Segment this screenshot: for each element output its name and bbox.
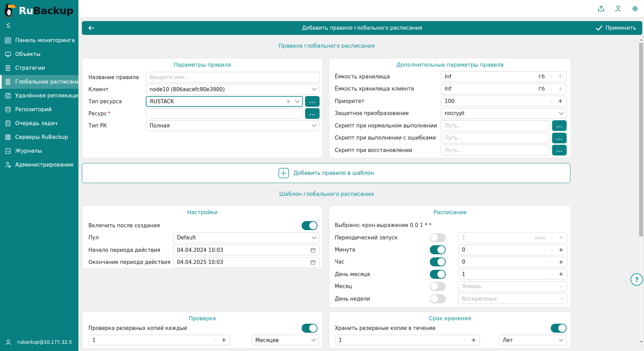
script-restore-input[interactable]: Путь...	[441, 145, 550, 155]
add-rule-to-template-button[interactable]: Добавить правило в шаблон	[82, 163, 570, 183]
capacity-row: Ёмкость хранилища Inf Гб - +	[335, 70, 567, 83]
plus-stepper[interactable]: +	[558, 74, 563, 79]
minute-toggle[interactable]	[430, 245, 446, 254]
profile-icon[interactable]	[614, 4, 622, 13]
rk-type-row: Тип РК Полная	[88, 120, 320, 132]
plus-stepper[interactable]: +	[559, 259, 564, 265]
hour-toggle[interactable]	[430, 257, 446, 266]
sidebar-item-replication[interactable]: Удалённая репликация	[0, 89, 78, 103]
minute-input[interactable]: 0 - +	[458, 245, 567, 255]
resource-type-browse-button[interactable]: ...	[305, 96, 320, 107]
plus-stepper[interactable]: +	[558, 86, 563, 92]
verification-unit-select[interactable]: Месяцев	[252, 335, 319, 345]
verification-value-input[interactable]: 1 - +	[88, 335, 230, 345]
period-start-label: Начало периода действия	[88, 247, 173, 253]
weekday-toggle[interactable]	[430, 294, 446, 303]
sidebar-item-task-queue[interactable]: Очередь задач	[0, 116, 78, 130]
resource-type-combobox[interactable]: RUSTACK ×	[146, 96, 303, 107]
minus-stepper[interactable]: -	[550, 74, 552, 79]
client-select[interactable]: node10 (806aacefc80e3900)	[146, 84, 320, 95]
sidebar-item-repository[interactable]: Репозиторий	[0, 103, 78, 116]
sidebar-item-logs[interactable]: log Журналы	[0, 144, 78, 158]
month-toggle[interactable]	[430, 282, 446, 291]
capacity-input[interactable]: Inf Гб - +	[441, 71, 567, 82]
retention-toggle[interactable]	[551, 324, 567, 333]
sidebar-user-label: rubackup@10.177.32.5	[17, 339, 72, 345]
plus-stepper[interactable]: +	[558, 98, 563, 104]
settings-gear-icon[interactable]	[631, 4, 639, 13]
schedule-title: Расписание	[329, 206, 571, 216]
verification-toggle[interactable]	[302, 324, 318, 333]
minus-stepper[interactable]: -	[551, 259, 553, 265]
sidebar-item-dashboard[interactable]: Панель мониторинга	[0, 34, 78, 47]
apply-button[interactable]: Применить	[596, 25, 642, 31]
clear-icon[interactable]: ×	[286, 98, 291, 104]
retention-unit-select[interactable]: Лет	[499, 335, 567, 345]
calendar-icon[interactable]	[310, 259, 316, 265]
resource-input[interactable]	[146, 108, 303, 119]
crypt-select[interactable]: nocrypt	[441, 108, 567, 119]
periodic-run-toggle[interactable]	[430, 233, 446, 242]
help-button[interactable]: ?	[631, 273, 643, 286]
plus-stepper[interactable]: +	[221, 337, 226, 343]
upload-icon[interactable]	[597, 4, 605, 13]
extra-params-card: Дополнительные параметры правила Ёмкость…	[329, 58, 571, 158]
script-error-input[interactable]: Путь...	[441, 133, 550, 143]
logo[interactable]: RuBackup	[0, 0, 78, 19]
rule-name-input[interactable]: Введите имя ..	[146, 72, 320, 83]
scrollbar-thumb[interactable]	[639, 43, 643, 236]
vertical-scrollbar[interactable]	[638, 37, 644, 345]
priority-input[interactable]: 100 - +	[441, 96, 567, 106]
sidebar-item-objects[interactable]: Объекты	[0, 47, 78, 61]
resource-browse-button[interactable]: ...	[305, 108, 320, 119]
minus-stepper[interactable]: -	[551, 235, 553, 240]
sidebar-item-administration[interactable]: Администрирование	[0, 158, 78, 172]
capacity-unit: Гб	[539, 74, 545, 79]
minus-stepper[interactable]: -	[214, 337, 216, 343]
chevron-down-icon	[311, 337, 316, 341]
weekday-select[interactable]: Воскресенье	[458, 293, 567, 304]
rule-name-label: Название правила	[88, 74, 146, 80]
pool-select[interactable]: Default	[173, 233, 320, 243]
plus-stepper[interactable]: +	[471, 337, 476, 343]
script-ok-browse-button[interactable]: ...	[552, 120, 567, 131]
sidebar-item-servers[interactable]: Серверы RuBackup	[0, 130, 78, 144]
month-select[interactable]: Январь	[458, 281, 567, 292]
calendar-icon[interactable]	[310, 247, 316, 253]
verification-card: Проверка Проверка резервных копий каждые…	[82, 312, 323, 349]
back-button[interactable]	[82, 21, 101, 35]
plus-stepper[interactable]: +	[559, 271, 564, 277]
minus-stepper[interactable]: -	[551, 271, 553, 277]
minus-stepper[interactable]: -	[550, 98, 552, 104]
period-start-input[interactable]: 04.04.2024 10:03	[173, 245, 320, 255]
sidebar-item-global-schedule[interactable]: Глобальное расписание	[0, 75, 78, 89]
script-ok-input[interactable]: Путь...	[441, 120, 550, 131]
minus-stepper[interactable]: -	[550, 86, 552, 92]
minus-stepper[interactable]: -	[551, 247, 553, 253]
retention-value-input[interactable]: 1 - +	[335, 335, 480, 345]
sidebar-item-label: Глобальное расписание	[15, 79, 83, 85]
cron-expression-text: Выбрано: крон-выражение 0 0 1 * *	[335, 219, 567, 231]
period-end-input[interactable]: 04.04.2025 10:03	[173, 257, 320, 268]
script-error-browse-button[interactable]: ...	[552, 133, 567, 143]
scroll-up-button[interactable]	[639, 37, 643, 42]
plus-stepper[interactable]: +	[559, 247, 564, 253]
client-capacity-input[interactable]: Inf Гб - +	[441, 84, 567, 94]
svg-text:log: log	[7, 150, 9, 152]
script-restore-browse-button[interactable]: ...	[552, 145, 567, 155]
day-of-month-input[interactable]: 1 - +	[458, 269, 567, 279]
rk-type-select[interactable]: Полная	[146, 120, 320, 131]
plus-stepper[interactable]: +	[559, 235, 564, 240]
hour-input[interactable]: 0 - +	[458, 257, 567, 267]
day-of-month-toggle[interactable]	[430, 270, 446, 279]
scroll-down-button[interactable]	[639, 339, 643, 344]
minus-stepper[interactable]: -	[464, 337, 466, 343]
schedule-card: Расписание Выбрано: крон-выражение 0 0 1…	[329, 206, 571, 307]
sidebar-collapse-button[interactable]	[0, 19, 78, 29]
sidebar-user[interactable]: rubackup@10.177.32.5	[0, 339, 78, 351]
enable-after-create-toggle[interactable]	[302, 221, 318, 230]
client-capacity-label: Ёмкость хранилища клиента	[335, 86, 441, 92]
chevron-down-icon	[560, 283, 564, 288]
sidebar-item-strategies[interactable]: Стратегии	[0, 61, 78, 75]
periodic-run-input[interactable]: 1 мин - +	[458, 232, 567, 243]
